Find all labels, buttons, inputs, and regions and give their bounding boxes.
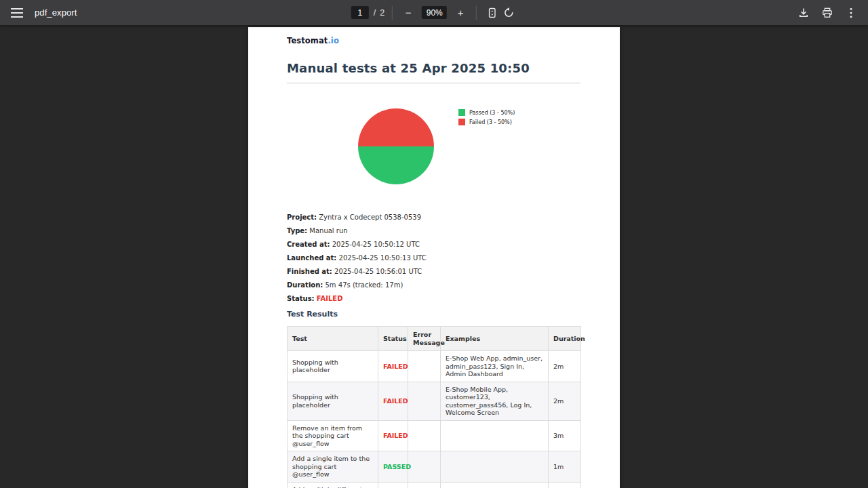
detail-finished-at: Finished at: 2025-04-25 10:56:01 UTC [287,268,580,275]
status-cell: FAILED [378,351,408,382]
header-error-message: Error Message [408,327,441,351]
detail-created-at: Created at: 2025-04-25 10:50:12 UTC [287,241,580,248]
fit-page-button[interactable] [484,5,500,21]
table-row: Add multiple different items to the shop… [288,482,581,488]
table-row: Shopping with placeholder FAILED E-Shop … [288,351,581,382]
test-name-cell: Shopping with placeholder [288,382,378,420]
toolbar-divider [392,6,393,20]
error-message-cell [408,482,441,488]
duration-cell: 2m [549,382,581,420]
examples-cell [441,420,549,451]
fit-page-icon [487,7,498,18]
plus-icon: + [458,7,464,18]
table-row: Remove an item from the shopping cart @u… [288,420,581,451]
duration-cell: 5m [549,482,581,488]
legend-label: Failed (3 - 50%) [469,119,512,125]
page-number-input[interactable] [351,6,369,19]
brand-name: Testomat [287,36,328,45]
report-details: Project: Zyntra x Codecept 0538-0539 Typ… [287,214,580,302]
passed-swatch [458,109,465,116]
zoom-out-button[interactable]: − [400,5,416,21]
pdf-viewer-toolbar: pdf_export /2 − 90% + [0,0,868,25]
test-results-heading: Test Results [287,310,580,319]
examples-cell [441,482,549,488]
download-icon [798,7,809,18]
table-header-row: Test Status Error Message Examples Durat… [288,327,581,351]
test-name-cell: Add a single item to the shopping cart @… [288,451,378,483]
results-table: Test Status Error Message Examples Durat… [287,326,581,488]
download-button[interactable] [795,5,812,21]
status-cell: FAILED [378,420,408,451]
pie-chart [358,108,434,184]
table-row: Add a single item to the shopping cart @… [288,451,581,483]
brand-tld: .io [328,36,339,45]
document-filename: pdf_export [35,7,77,18]
more-options-button[interactable] [843,5,859,21]
header-examples: Examples [441,327,549,351]
legend-item-passed: Passed (3 - 50%) [458,109,515,116]
error-message-cell [408,420,441,451]
header-test: Test [288,327,378,351]
header-duration: Duration [549,327,581,351]
failed-swatch [458,119,465,125]
header-status: Status [378,327,408,351]
kebab-icon [850,7,852,18]
hamburger-icon [11,8,23,18]
status-cell: PASSED [378,451,408,483]
error-message-cell [408,382,441,420]
status-value: FAILED [317,295,343,302]
detail-project: Project: Zyntra x Codecept 0538-0539 [287,214,580,221]
brand-logo: Testomat.io [287,36,580,45]
examples-cell [441,451,549,483]
minus-icon: − [406,7,412,18]
error-message-cell [408,451,441,483]
status-cell: FAILED [378,382,408,420]
detail-launched-at: Launched at: 2025-04-25 10:50:13 UTC [287,254,580,262]
legend-item-failed: Failed (3 - 50%) [458,119,515,125]
detail-duration: Duration: 5m 47s (tracked: 17m) [287,281,580,289]
examples-cell: E-Shop Web App, admin_user, admin_pass12… [441,351,549,382]
page-count-label: /2 [374,8,384,18]
duration-cell: 3m [549,420,581,451]
error-message-cell [408,351,441,382]
report-title: Manual tests at 25 Apr 2025 10:50 [287,61,580,75]
legend-label: Passed (3 - 50%) [469,110,515,116]
duration-cell: 2m [549,351,581,382]
table-row: Shopping with placeholder FAILED E-Shop … [288,382,581,420]
print-icon [822,7,833,18]
zoom-in-button[interactable]: + [452,5,469,21]
examples-cell: E-Shop Mobile App, customer123, customer… [441,382,549,420]
test-name-cell: Shopping with placeholder [288,351,378,382]
detail-status: Status: FAILED [287,295,580,302]
duration-cell: 1m [549,451,581,483]
status-cell: PASSED [378,482,408,488]
rotate-button[interactable] [500,5,517,21]
menu-button[interactable] [9,5,25,21]
pdf-page: Testomat.io Manual tests at 25 Apr 2025 … [248,27,620,488]
zoom-level[interactable]: 90% [422,6,447,19]
rotate-icon [503,7,515,18]
chart-legend: Passed (3 - 50%) Failed (3 - 50%) [458,109,515,128]
toolbar-divider [476,6,477,20]
test-name-cell: Remove an item from the shopping cart @u… [288,420,378,451]
print-button[interactable] [819,5,835,21]
test-name-cell: Add multiple different items to the shop… [288,482,378,488]
detail-type: Type: Manual run [287,227,580,235]
results-chart: Passed (3 - 50%) Failed (3 - 50%) [287,83,580,186]
